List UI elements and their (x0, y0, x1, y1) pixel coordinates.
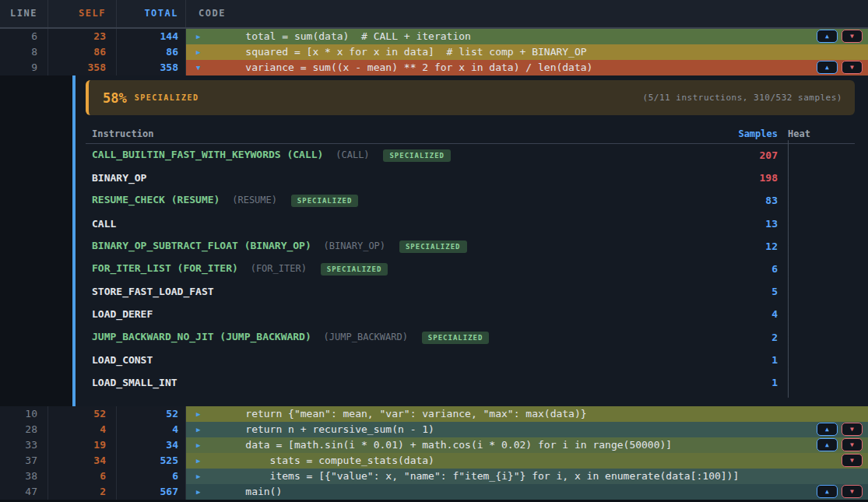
code-line-row[interactable]: 38 6 6 ▶ items = [{"value": x, "name": f… (0, 469, 868, 484)
instruction-name: LOAD_CONST (86, 354, 715, 366)
code-line-row[interactable]: 8 86 86 ▶ squared = [x * x for x in data… (0, 44, 868, 60)
code-cell[interactable]: ▶ stats = compute_stats(data) ▲ ▼ (186, 453, 868, 469)
expand-icon[interactable]: ▶ (196, 44, 200, 60)
instruction-row: RESUME_CHECK (RESUME) (RESUME) SPECIALIZ… (86, 189, 855, 212)
expanded-detail-panel: 58% SPECIALIZED (5/11 instructions, 310/… (0, 75, 868, 406)
instruction-rows: CALL_BUILTIN_FAST_WITH_KEYWORDS (CALL) (… (86, 144, 855, 394)
instruction-opcode: BINARY_OP_SUBTRACT_FLOAT (BINARY_OP) (92, 240, 311, 251)
code-text: stats = compute_stats(data) (186, 453, 868, 469)
code-text: return {"mean": mean, "var": variance, "… (186, 406, 868, 422)
jump-down-button[interactable]: ▼ (842, 485, 863, 498)
code-cell[interactable]: ▼ variance = sum((x - mean) ** 2 for x i… (186, 60, 868, 75)
jump-up-button[interactable]: ▲ (817, 30, 838, 43)
expand-icon[interactable]: ▶ (196, 484, 200, 500)
instruction-row: CALL 13 (86, 212, 855, 235)
instruction-base-opcode: (FOR_ITER) (251, 263, 307, 274)
code-line-row[interactable]: 33 19 34 ▶ data = [math.sin(i * 0.01) + … (0, 437, 868, 453)
code-table-header: LINE SELF TOTAL CODE (0, 0, 868, 29)
code-text: squared = [x * x for x in data] # list c… (186, 44, 868, 60)
code-line-row[interactable]: 28 4 4 ▶ return n + recursive_sum(n - 1)… (0, 422, 868, 437)
instruction-opcode: LOAD_DEREF (92, 308, 153, 320)
expand-icon[interactable]: ▶ (196, 406, 200, 422)
row-buttons: ▲ ▼ (817, 30, 863, 43)
instruction-opcode: FOR_ITER_LIST (FOR_ITER) (92, 262, 238, 274)
row-buttons: ▲ ▼ (817, 423, 863, 436)
jump-down-button[interactable]: ▼ (842, 61, 863, 74)
instruction-name: STORE_FAST_LOAD_FAST (86, 286, 715, 297)
jump-down-button[interactable]: ▼ (842, 438, 863, 451)
code-line-row[interactable]: 47 2 567 ▶ main() ▲ ▼ (0, 484, 868, 500)
instruction-opcode: LOAD_CONST (92, 354, 153, 366)
jump-down-button[interactable]: ▼ (842, 30, 863, 43)
specialized-badge: SPECIALIZED (399, 240, 467, 253)
specialized-badge: SPECIALIZED (383, 149, 451, 162)
expand-icon[interactable]: ▶ (196, 29, 200, 44)
expand-icon[interactable]: ▶ (196, 469, 200, 484)
instruction-table-header: Instruction Samples Heat (86, 125, 855, 144)
instruction-samples: 83 (715, 195, 778, 206)
total-samples: 86 (117, 44, 186, 60)
column-header-line: LINE (0, 0, 48, 27)
column-header-total: TOTAL (117, 0, 186, 27)
instruction-samples: 1 (715, 377, 778, 388)
code-cell[interactable]: ▶ return {"mean": mean, "var": variance,… (186, 406, 868, 422)
column-header-samples: Samples (715, 128, 778, 139)
line-number: 6 (0, 29, 48, 44)
row-buttons: ▲ ▼ (817, 438, 863, 451)
self-samples: 19 (48, 437, 117, 453)
jump-up-button[interactable]: ▲ (817, 61, 838, 74)
jump-down-button[interactable]: ▼ (842, 454, 863, 467)
instruction-opcode: RESUME_CHECK (RESUME) (92, 194, 220, 205)
code-text: variance = sum((x - mean) ** 2 for x in … (186, 60, 868, 75)
jump-down-button[interactable]: ▼ (842, 423, 863, 436)
instruction-base-opcode: (CALL) (336, 149, 369, 160)
code-cell[interactable]: ▶ main() ▲ ▼ (186, 484, 868, 500)
instruction-name: CALL (86, 218, 715, 230)
instruction-row: BINARY_OP_SUBTRACT_FLOAT (BINARY_OP) (BI… (86, 235, 855, 258)
expand-icon[interactable]: ▶ (196, 422, 200, 437)
instruction-samples: 4 (715, 308, 778, 320)
jump-up-button[interactable]: ▲ (817, 438, 838, 451)
code-cell[interactable]: ▶ items = [{"value": x, "name": f"item_{… (186, 469, 868, 484)
total-samples: 567 (117, 484, 186, 500)
instruction-samples: 198 (715, 172, 778, 184)
collapse-icon[interactable]: ▼ (196, 60, 200, 75)
code-cell[interactable]: ▶ squared = [x * x for x in data] # list… (186, 44, 868, 60)
jump-up-button[interactable]: ▲ (817, 485, 838, 498)
code-rows-top: 6 23 144 ▶ total = sum(data) # CALL + it… (0, 29, 868, 75)
code-line-row[interactable]: 37 34 525 ▶ stats = compute_stats(data) … (0, 453, 868, 469)
code-cell[interactable]: ▶ total = sum(data) # CALL + iteration ▲… (186, 29, 868, 44)
total-samples: 6 (117, 469, 186, 484)
row-buttons: ▲ ▼ (817, 61, 863, 74)
total-samples: 358 (117, 60, 186, 75)
instruction-name: JUMP_BACKWARD_NO_JIT (JUMP_BACKWARD) (JU… (86, 331, 715, 344)
code-line-row[interactable]: 9 358 358 ▼ variance = sum((x - mean) **… (0, 60, 868, 75)
row-buttons: ▲ ▼ (817, 485, 863, 498)
instruction-opcode: CALL_BUILTIN_FAST_WITH_KEYWORDS (CALL) (92, 149, 323, 160)
column-header-code: CODE (186, 0, 868, 27)
instruction-opcode: STORE_FAST_LOAD_FAST (92, 286, 214, 297)
line-number: 9 (0, 60, 48, 75)
expand-icon[interactable]: ▶ (196, 437, 200, 453)
row-buttons: ▲ ▼ (842, 454, 863, 467)
instruction-base-opcode: (RESUME) (232, 195, 277, 205)
column-header-heat: Heat (778, 128, 855, 139)
instruction-name: CALL_BUILTIN_FAST_WITH_KEYWORDS (CALL) (… (86, 149, 715, 162)
profiler-window: LINE SELF TOTAL CODE 6 23 144 ▶ total = … (0, 0, 868, 502)
code-line-row[interactable]: 10 52 52 ▶ return {"mean": mean, "var": … (0, 406, 868, 422)
code-line-row[interactable]: 6 23 144 ▶ total = sum(data) # CALL + it… (0, 29, 868, 44)
instruction-name: BINARY_OP (86, 172, 715, 184)
code-text: data = [math.sin(i * 0.01) + math.cos(i … (186, 437, 868, 453)
code-text: items = [{"value": x, "name": f"item_{i}… (186, 469, 868, 484)
specialization-banner: 58% SPECIALIZED (5/11 instructions, 310/… (86, 80, 855, 115)
self-samples: 358 (48, 60, 117, 75)
code-text: return n + recursive_sum(n - 1) (186, 422, 868, 437)
specialized-label: SPECIALIZED (135, 93, 199, 102)
expand-icon[interactable]: ▶ (196, 453, 200, 469)
instruction-row: CALL_BUILTIN_FAST_WITH_KEYWORDS (CALL) (… (86, 144, 855, 167)
code-cell[interactable]: ▶ data = [math.sin(i * 0.01) + math.cos(… (186, 437, 868, 453)
jump-up-button[interactable]: ▲ (817, 423, 838, 436)
instruction-row: FOR_ITER_LIST (FOR_ITER) (FOR_ITER) SPEC… (86, 258, 855, 280)
instruction-opcode: JUMP_BACKWARD_NO_JIT (JUMP_BACKWARD) (92, 331, 311, 342)
code-cell[interactable]: ▶ return n + recursive_sum(n - 1) ▲ ▼ (186, 422, 868, 437)
